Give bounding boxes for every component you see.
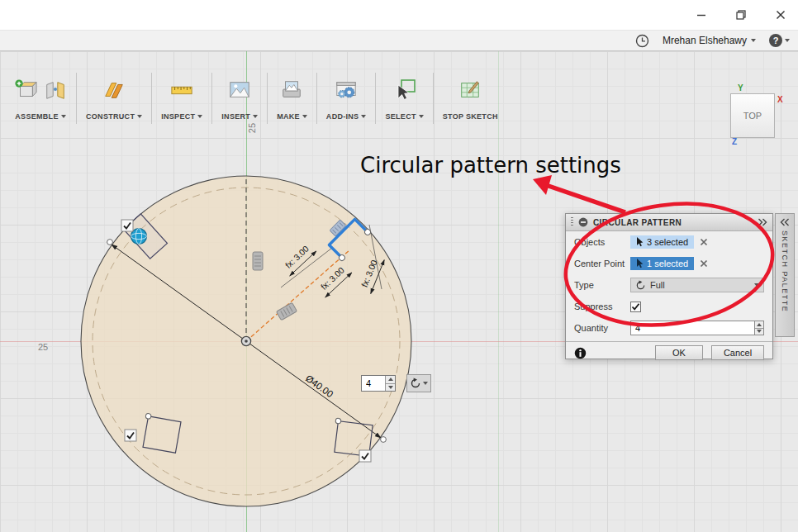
double-arrow-right-icon[interactable] [758, 217, 767, 227]
center-point-selected-count: 1 selected [647, 259, 688, 268]
select-icon [392, 78, 417, 102]
viewcube-face-label: TOP [743, 111, 762, 121]
toolbar-item-select[interactable]: SELECT [376, 73, 433, 124]
restore-icon [736, 10, 746, 20]
chevron-down-icon [751, 39, 756, 42]
triangle-up-icon [757, 323, 762, 326]
chevron-down-icon [785, 39, 790, 42]
toolbar-item-inspect[interactable]: INSPECT [152, 73, 212, 124]
objects-selection-chip[interactable]: 3 selected [630, 235, 694, 249]
center-point-row: Center Point 1 selected [566, 253, 772, 274]
full-pattern-icon [635, 280, 646, 291]
sketch-palette-label: SKETCH PALETTE [781, 230, 789, 312]
quantity-spinner[interactable] [385, 376, 395, 391]
toolbar-label: ASSEMBLE [15, 112, 58, 121]
type-label: Type [574, 280, 630, 290]
annotation-title: Circular pattern settings [360, 153, 621, 178]
type-selected-value: Full [650, 280, 750, 290]
clock-icon[interactable] [635, 34, 649, 48]
dropdown-caret-icon [253, 115, 258, 118]
objects-selected-count: 3 selected [647, 237, 688, 247]
dropdown-caret-icon [137, 115, 142, 118]
z-axis-label: Z [732, 137, 737, 146]
joint-icon [44, 78, 67, 102]
circular-pattern-dialog: CIRCULAR PATTERN Objects 3 selected Cent… [565, 213, 773, 359]
clear-x-icon [700, 238, 708, 246]
dialog-title: CIRCULAR PATTERN [593, 218, 753, 227]
y-axis-label: Y [738, 83, 743, 93]
application-window: Mrehan Elshehawy ? [0, 0, 798, 532]
dropdown-caret-icon [419, 115, 424, 118]
help-icon: ? [769, 34, 782, 47]
toolbar-label: ADD-INS [326, 112, 359, 121]
type-dropdown[interactable]: Full [630, 278, 764, 292]
window-titlebar [0, 0, 798, 30]
clear-x-icon [700, 259, 708, 268]
stop-sketch-icon [458, 78, 482, 102]
toolbar-item-assemble[interactable]: ASSEMBLE [5, 73, 77, 124]
inspect-icon [169, 78, 194, 102]
type-row: Type Full [566, 274, 772, 296]
cursor-icon [636, 237, 644, 247]
app-header-bar: Mrehan Elshehawy ? [0, 30, 798, 51]
close-icon [776, 10, 786, 20]
minimize-button[interactable] [692, 7, 710, 23]
double-arrow-left-icon [780, 217, 790, 227]
clear-objects-button[interactable] [700, 238, 708, 246]
main-toolbar: ASSEMBLE CONSTRUCT [5, 73, 507, 124]
add-ins-icon [334, 78, 359, 102]
toolbar-item-stop-sketch[interactable]: STOP SKETCH [434, 73, 507, 124]
dialog-footer: OK Cancel [566, 341, 772, 363]
center-point-selection-chip[interactable]: 1 selected [630, 257, 694, 270]
toolbar-label: STOP SKETCH [443, 112, 498, 121]
cursor-icon [636, 259, 644, 268]
circular-pattern-icon [410, 378, 421, 389]
objects-label: Objects [574, 237, 630, 247]
objects-row: Objects 3 selected [566, 231, 772, 253]
suppress-row: Suppress [566, 296, 772, 317]
user-menu[interactable]: Mrehan Elshehawy [663, 35, 756, 46]
dropdown-caret-icon [361, 115, 366, 118]
viewcube[interactable]: TOP [730, 93, 775, 138]
help-menu[interactable]: ? [769, 34, 790, 47]
x-axis-label: X [777, 95, 783, 104]
ok-button[interactable]: OK [655, 345, 703, 360]
dialog-titlebar[interactable]: CIRCULAR PATTERN [566, 214, 772, 231]
toolbar-item-make[interactable]: MAKE [268, 73, 317, 124]
minimize-icon [696, 10, 706, 20]
center-point-label: Center Point [574, 259, 630, 268]
toolbar-label: INSPECT [161, 112, 195, 121]
spin-down-button[interactable] [755, 328, 763, 335]
toolbar-label: INSERT [221, 112, 250, 121]
spin-up-button[interactable] [386, 376, 395, 383]
close-button[interactable] [772, 7, 790, 23]
spin-down-button[interactable] [386, 383, 395, 392]
toolbar-item-insert[interactable]: INSERT [212, 73, 268, 124]
triangle-up-icon [388, 378, 393, 381]
suppress-label: Suppress [574, 302, 630, 311]
spin-up-button[interactable] [755, 321, 763, 328]
make-icon [280, 78, 303, 102]
dropdown-caret-icon [61, 115, 66, 118]
info-icon[interactable] [574, 347, 587, 359]
pattern-type-button[interactable] [406, 374, 431, 392]
dropdown-caret-icon [302, 115, 307, 118]
checkmark-icon [631, 302, 640, 311]
new-component-icon [14, 78, 37, 102]
toolbar-item-construct[interactable]: CONSTRUCT [77, 73, 152, 124]
sketch-palette-tab[interactable]: SKETCH PALETTE [775, 213, 795, 337]
cancel-button[interactable]: Cancel [711, 345, 764, 360]
toolbar-item-add-ins[interactable]: ADD-INS [317, 73, 377, 124]
dialog-quantity-input[interactable] [630, 321, 754, 335]
clear-center-point-button[interactable] [700, 259, 708, 268]
quantity-value-box[interactable] [361, 375, 396, 392]
triangle-down-icon [757, 330, 762, 333]
quantity-input[interactable] [362, 376, 385, 391]
maximize-button[interactable] [732, 7, 750, 23]
insert-icon [228, 78, 251, 102]
dropdown-caret-icon [197, 115, 202, 118]
dialog-quantity-spinner[interactable] [754, 321, 764, 335]
collapse-icon[interactable] [578, 217, 588, 227]
toolbar-label: CONSTRUCT [86, 112, 135, 121]
suppress-checkbox[interactable] [630, 302, 641, 312]
